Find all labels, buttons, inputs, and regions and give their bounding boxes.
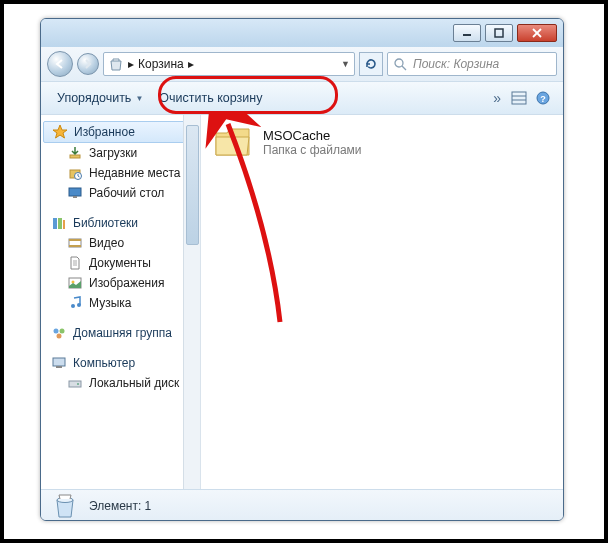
svg-rect-14 <box>69 188 81 196</box>
svg-rect-18 <box>63 220 65 229</box>
star-icon <box>52 124 68 140</box>
address-dropdown-icon[interactable]: ▼ <box>341 59 350 69</box>
desktop-icon <box>67 185 83 201</box>
minimize-button[interactable] <box>453 24 481 42</box>
chevron-down-icon: ▼ <box>135 94 143 103</box>
svg-point-30 <box>60 329 65 334</box>
breadcrumb-location[interactable]: Корзина <box>138 57 184 71</box>
toolbar: Упорядочить ▼ Очистить корзину » ? <box>41 81 563 115</box>
sidebar-item-video[interactable]: Видео <box>41 233 200 253</box>
organize-button[interactable]: Упорядочить ▼ <box>49 87 151 109</box>
empty-recycle-bin-button[interactable]: Очистить корзину <box>151 87 270 109</box>
svg-rect-16 <box>53 218 57 229</box>
sidebar-computer-header[interactable]: Компьютер <box>41 353 200 373</box>
sidebar-item-pictures[interactable]: Изображения <box>41 273 200 293</box>
nav-row: ▸ Корзина ▸ ▼ Поиск: Корзина <box>41 47 563 81</box>
sidebar-item-music[interactable]: Музыка <box>41 293 200 313</box>
explorer-window: ▸ Корзина ▸ ▼ Поиск: Корзина Упорядочить… <box>40 18 564 521</box>
video-icon <box>67 235 83 251</box>
navigation-pane: Избранное Загрузки Недавние места Рабочи… <box>41 115 201 489</box>
svg-rect-11 <box>70 155 80 158</box>
svg-rect-17 <box>58 218 62 229</box>
svg-point-28 <box>77 303 81 307</box>
documents-icon <box>67 255 83 271</box>
address-bar[interactable]: ▸ Корзина ▸ ▼ <box>103 52 355 76</box>
pictures-icon <box>67 275 83 291</box>
status-text: Элемент: 1 <box>89 499 151 513</box>
sidebar-favorites-header[interactable]: Избранное <box>43 121 198 143</box>
item-subtitle: Папка с файлами <box>263 143 362 157</box>
recent-icon <box>67 165 83 181</box>
svg-rect-1 <box>495 29 503 37</box>
svg-rect-20 <box>69 239 81 241</box>
scrollbar-thumb[interactable] <box>186 125 199 245</box>
sidebar-scrollbar[interactable] <box>183 115 200 489</box>
view-options-button[interactable] <box>507 87 531 109</box>
forward-button[interactable] <box>77 53 99 75</box>
close-button[interactable] <box>517 24 557 42</box>
recycle-bin-icon <box>108 56 124 72</box>
sidebar-item-recent[interactable]: Недавние места <box>41 163 200 183</box>
sidebar-item-local-disk[interactable]: Локальный диск <box>41 373 200 393</box>
recycle-bin-icon <box>51 492 79 520</box>
svg-rect-33 <box>56 366 62 368</box>
folder-icon <box>213 125 253 159</box>
svg-point-4 <box>395 59 403 67</box>
maximize-button[interactable] <box>485 24 513 42</box>
drive-icon <box>67 375 83 391</box>
svg-rect-15 <box>73 196 77 198</box>
sidebar-item-desktop[interactable]: Рабочий стол <box>41 183 200 203</box>
content-pane[interactable]: MSOCache Папка с файлами <box>201 115 563 489</box>
expand-chevrons-icon[interactable]: » <box>493 90 501 106</box>
status-bar: Элемент: 1 <box>41 489 563 521</box>
titlebar[interactable] <box>41 19 563 47</box>
svg-rect-21 <box>69 245 81 247</box>
music-icon <box>67 295 83 311</box>
sidebar-item-documents[interactable]: Документы <box>41 253 200 273</box>
help-button[interactable]: ? <box>531 87 555 109</box>
computer-icon <box>51 355 67 371</box>
search-input[interactable]: Поиск: Корзина <box>387 52 557 76</box>
search-placeholder: Поиск: Корзина <box>413 57 499 71</box>
breadcrumb-sep: ▸ <box>188 57 194 71</box>
refresh-button[interactable] <box>359 52 383 76</box>
breadcrumb-sep: ▸ <box>128 57 134 71</box>
libraries-icon <box>51 215 67 231</box>
homegroup-icon <box>51 325 67 341</box>
svg-rect-6 <box>512 92 526 104</box>
svg-point-31 <box>57 334 62 339</box>
svg-point-27 <box>71 304 75 308</box>
sidebar-libraries-header[interactable]: Библиотеки <box>41 213 200 233</box>
search-icon <box>394 58 407 71</box>
svg-line-5 <box>402 66 406 70</box>
sidebar-item-downloads[interactable]: Загрузки <box>41 143 200 163</box>
back-button[interactable] <box>47 51 73 77</box>
svg-rect-32 <box>53 358 65 366</box>
svg-point-29 <box>54 329 59 334</box>
svg-text:?: ? <box>540 94 546 104</box>
svg-rect-34 <box>69 381 81 387</box>
downloads-icon <box>67 145 83 161</box>
sidebar-homegroup-header[interactable]: Домашняя группа <box>41 323 200 343</box>
svg-point-35 <box>77 383 79 385</box>
list-item[interactable]: MSOCache Папка с файлами <box>213 125 551 159</box>
item-name: MSOCache <box>263 128 362 143</box>
